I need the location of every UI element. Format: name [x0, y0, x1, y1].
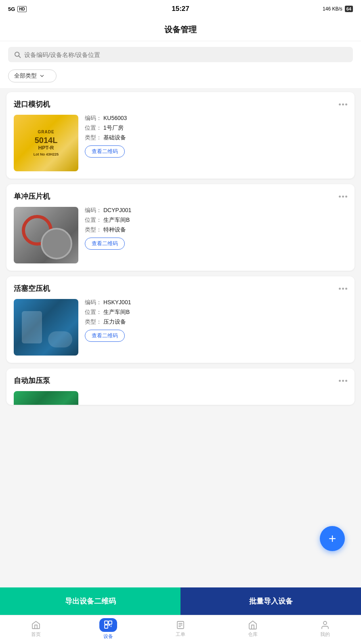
nav-item-device[interactable]: 设备: [72, 618, 145, 642]
type-label-1: 类型：: [85, 226, 102, 234]
code-row-2: 编码： HSKYJ001: [85, 299, 347, 306]
nav-label-device: 设备: [103, 633, 113, 640]
type-value-1: 特种设备: [103, 226, 126, 234]
type-label-2: 类型：: [85, 318, 102, 326]
nav-item-profile[interactable]: 我的: [289, 620, 361, 640]
search-icon: [14, 51, 21, 58]
equipment-card-1[interactable]: 单冲压片机 编码： DCYPJ001 位置： 生产车间B 类型：: [6, 184, 355, 271]
export-qr-button[interactable]: 导出设备二维码: [0, 587, 180, 615]
signal-label: 5G: [8, 6, 15, 12]
equipment-list: 进口模切机 GRADE 5014L HPT-R Lot No 43H225 编码…: [0, 88, 361, 483]
more-menu-0[interactable]: [339, 103, 347, 105]
card-header-1: 单冲压片机: [14, 192, 347, 201]
status-left: 5G HD: [8, 6, 27, 12]
speed-label: 146 KB/s: [323, 6, 342, 12]
qr-button-1[interactable]: 查看二维码: [85, 238, 125, 250]
filter-row: 全部类型: [0, 66, 361, 88]
equipment-image-1: [14, 207, 78, 263]
hd-badge: HD: [17, 6, 26, 12]
equipment-card-0[interactable]: 进口模切机 GRADE 5014L HPT-R Lot No 43H225 编码…: [6, 92, 355, 179]
card-body-1: 编码： DCYPJ001 位置： 生产车间B 类型： 特种设备 查看二维码: [14, 207, 347, 263]
more-menu-3[interactable]: [339, 380, 347, 382]
card-body-0: GRADE 5014L HPT-R Lot No 43H225 编码： KU56…: [14, 115, 347, 171]
card-title-3: 自动加压泵: [14, 376, 50, 385]
search-input[interactable]: [24, 51, 347, 58]
home-icon: [31, 620, 41, 630]
type-row-1: 类型： 特种设备: [85, 226, 347, 234]
location-row-2: 位置： 生产车间B: [85, 309, 347, 316]
location-value-0: 1号厂房: [103, 124, 124, 132]
nav-item-workorder[interactable]: 工单: [145, 620, 217, 640]
add-equipment-fab[interactable]: +: [320, 526, 345, 551]
bottom-nav: 首页 设备 工单 仓库: [0, 615, 361, 644]
qr-button-0[interactable]: 查看二维码: [85, 145, 125, 158]
card-header-2: 活塞空压机: [14, 284, 347, 293]
card-title-0: 进口模切机: [14, 99, 50, 109]
filter-label: 全部类型: [14, 72, 37, 80]
location-value-2: 生产车间B: [103, 309, 130, 316]
card-title-2: 活塞空压机: [14, 284, 50, 293]
type-row-2: 类型： 压力设备: [85, 318, 347, 326]
nav-label-workorder: 工单: [176, 631, 185, 638]
type-value-0: 基础设备: [103, 134, 126, 141]
card-title-1: 单冲压片机: [14, 192, 50, 201]
equipment-image-0: GRADE 5014L HPT-R Lot No 43H225: [14, 115, 78, 171]
location-value-1: 生产车间B: [103, 217, 130, 224]
plus-icon: +: [329, 532, 336, 545]
card-header-3: 自动加压泵: [14, 376, 347, 385]
svg-rect-2: [105, 621, 108, 624]
nav-item-warehouse[interactable]: 仓库: [216, 620, 289, 640]
code-label-1: 编码：: [85, 207, 102, 214]
code-row-1: 编码： DCYPJ001: [85, 207, 347, 214]
equipment-card-3[interactable]: 自动加压泵: [6, 368, 355, 405]
card-info-1: 编码： DCYPJ001 位置： 生产车间B 类型： 特种设备 查看二维码: [85, 207, 347, 263]
location-row-1: 位置： 生产车间B: [85, 217, 347, 224]
type-row-0: 类型： 基础设备: [85, 134, 347, 141]
nav-label-profile: 我的: [320, 631, 330, 638]
card-info-0: 编码： KU56003 位置： 1号厂房 类型： 基础设备 查看二维码: [85, 115, 347, 171]
search-area: [0, 41, 361, 66]
more-menu-1[interactable]: [339, 196, 347, 198]
nav-active-bg: [99, 618, 117, 632]
code-label-2: 编码：: [85, 299, 102, 306]
card-body-2: 编码： HSKYJ001 位置： 生产车间B 类型： 压力设备 查看二维码: [14, 299, 347, 356]
code-row-0: 编码： KU56003: [85, 115, 347, 122]
more-menu-2[interactable]: [339, 288, 347, 290]
code-value-1: DCYPJ001: [103, 207, 131, 214]
workorder-icon: [176, 620, 185, 630]
card-info-2: 编码： HSKYJ001 位置： 生产车间B 类型： 压力设备 查看二维码: [85, 299, 347, 356]
battery-label: 64: [345, 6, 353, 12]
equipment-card-2[interactable]: 活塞空压机 编码： HSKYJ001 位置： 生产车间B 类型：: [6, 276, 355, 363]
code-value-0: KU56003: [103, 115, 127, 122]
svg-line-1: [19, 56, 20, 57]
bottom-actions: 导出设备二维码 批量导入设备: [0, 587, 361, 615]
type-label-0: 类型：: [85, 134, 102, 141]
device-icon: [103, 620, 113, 629]
import-equipment-button[interactable]: 批量导入设备: [180, 587, 361, 615]
card-body-3: [14, 391, 347, 405]
search-bar[interactable]: [8, 47, 353, 62]
equipment-image-2: [14, 299, 78, 356]
chevron-down-icon: [39, 73, 45, 79]
nav-item-home[interactable]: 首页: [0, 620, 72, 640]
type-filter-dropdown[interactable]: 全部类型: [8, 69, 57, 82]
page-title: 设备管理: [0, 18, 361, 41]
location-label-0: 位置：: [85, 124, 102, 132]
profile-icon: [320, 620, 330, 630]
svg-rect-3: [109, 621, 112, 624]
type-value-2: 压力设备: [103, 318, 126, 326]
code-label-0: 编码：: [85, 115, 102, 122]
card-header-0: 进口模切机: [14, 99, 347, 109]
svg-point-9: [323, 621, 327, 625]
location-label-2: 位置：: [85, 309, 102, 316]
status-right: 146 KB/s 64: [323, 6, 353, 12]
warehouse-icon: [248, 620, 258, 630]
svg-rect-4: [105, 625, 108, 628]
status-bar: 5G HD 15:27 146 KB/s 64: [0, 0, 361, 18]
code-value-2: HSKYJ001: [103, 299, 131, 306]
nav-label-warehouse: 仓库: [248, 631, 258, 638]
qr-button-2[interactable]: 查看二维码: [85, 330, 125, 342]
equipment-image-3: [14, 391, 78, 405]
location-row-0: 位置： 1号厂房: [85, 124, 347, 132]
nav-label-home: 首页: [31, 631, 41, 638]
